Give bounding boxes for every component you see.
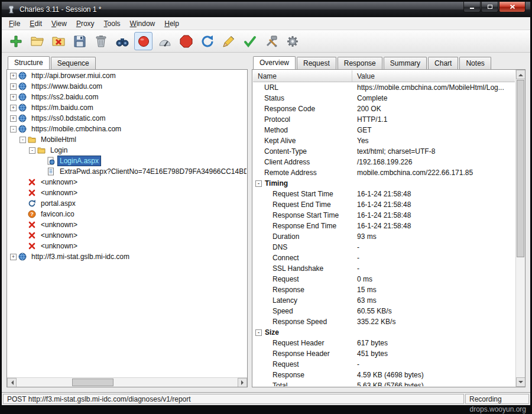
tree-row[interactable]: +https://m.baidu.com	[8, 102, 246, 113]
tree-row[interactable]: -MobileHtml	[8, 134, 246, 145]
vertical-scrollbar[interactable]	[515, 70, 525, 387]
table-row[interactable]: Request Start Time16-1-24 21:58:48	[253, 189, 515, 199]
collapse-icon[interactable]: -	[255, 180, 262, 187]
horizontal-scrollbar[interactable]	[7, 377, 247, 387]
table-row[interactable]: SSL Handshake-	[253, 263, 515, 274]
table-row[interactable]: Content-Typetext/html; charset=UTF-8	[253, 146, 515, 157]
table-row[interactable]: Response End Time16-1-24 21:58:48	[253, 221, 515, 231]
table-row[interactable]: Total5.63 KB (5766 bytes)	[253, 380, 515, 386]
menu-help[interactable]: Help	[160, 18, 184, 30]
value-column-header[interactable]: Value	[352, 70, 515, 82]
expand-icon[interactable]: +	[10, 254, 17, 260]
tree-row[interactable]: LoginA.aspx	[8, 156, 246, 166]
titlebar[interactable]: Charles 3.11 - Session 1 *	[2, 2, 530, 17]
table-row[interactable]: Kept AliveYes	[253, 135, 515, 146]
save-session-button[interactable]	[70, 32, 89, 50]
clear-session-button[interactable]	[92, 32, 110, 50]
tree-row[interactable]: +http://api.browser.miui.com	[8, 70, 246, 81]
table-row[interactable]: StatusComplete	[253, 93, 515, 104]
minimize-button[interactable]	[463, 2, 481, 12]
close-session-button[interactable]	[49, 32, 67, 50]
expand-icon[interactable]: +	[10, 94, 17, 101]
expand-icon[interactable]: +	[10, 83, 17, 90]
table-row[interactable]: Speed60.55 KB/s	[253, 306, 515, 316]
table-row[interactable]: -Size	[253, 327, 515, 338]
tab-request[interactable]: Request	[297, 57, 336, 69]
breakpoints-button[interactable]	[177, 32, 195, 50]
table-row[interactable]: MethodGET	[253, 125, 515, 135]
scroll-down-button[interactable]	[516, 377, 525, 387]
tab-chart[interactable]: Chart	[428, 57, 458, 69]
vertical-scroll-thumb[interactable]	[517, 80, 524, 257]
table-row[interactable]: Request0 ms	[253, 274, 515, 284]
collapse-icon[interactable]: -	[20, 137, 26, 143]
tab-structure[interactable]: Structure	[8, 56, 50, 69]
throttle-button[interactable]	[155, 32, 174, 50]
menu-edit[interactable]: Edit	[25, 18, 47, 30]
settings-button[interactable]	[283, 32, 301, 50]
table-row[interactable]: Response Code200 OK	[253, 104, 515, 114]
tree-row[interactable]: +https://ss0.bdstatic.com	[8, 113, 246, 124]
menu-proxy[interactable]: Proxy	[72, 18, 99, 30]
table-row[interactable]: Request End Time16-1-24 21:58:48	[253, 199, 515, 210]
table-row[interactable]: Duration93 ms	[253, 231, 515, 242]
tree-row[interactable]: +http://f3.mi-stat.gslb.mi-idc.com	[8, 251, 246, 262]
tree-row[interactable]: +https://www.baidu.com	[8, 81, 246, 92]
expand-icon[interactable]: +	[10, 73, 17, 79]
open-session-button[interactable]	[28, 32, 46, 50]
table-row[interactable]: URLhttps://mobile.cmbchina.com/MobileHtm…	[253, 82, 515, 93]
name-column-header[interactable]: Name	[253, 70, 352, 82]
tab-response[interactable]: Response	[338, 57, 382, 69]
collapse-icon[interactable]: -	[29, 147, 35, 154]
collapse-icon[interactable]: -	[10, 126, 17, 132]
record-button[interactable]	[134, 32, 153, 50]
table-row[interactable]: Response4.59 KB (4698 bytes)	[253, 370, 515, 380]
expand-icon[interactable]: +	[10, 105, 17, 111]
maximize-button[interactable]	[481, 2, 498, 12]
collapse-icon[interactable]: -	[255, 329, 262, 336]
menu-view[interactable]: View	[47, 18, 72, 30]
table-row[interactable]: Client Address/192.168.199.226	[253, 157, 515, 167]
tab-notes[interactable]: Notes	[459, 57, 491, 69]
table-row[interactable]: Request Header617 bytes	[253, 338, 515, 348]
table-row[interactable]: ProtocolHTTP/1.1	[253, 114, 515, 125]
menu-tools[interactable]: Tools	[99, 18, 125, 30]
tree-row[interactable]: <unknown>	[8, 230, 246, 241]
table-row[interactable]: Connect-	[253, 253, 515, 263]
table-row[interactable]: -Timing	[253, 178, 515, 189]
tree-row[interactable]: ?favicon.ico	[8, 209, 246, 219]
table-row[interactable]: DNS-	[253, 242, 515, 253]
add-button[interactable]	[7, 32, 25, 50]
tools-button[interactable]	[262, 32, 280, 50]
scroll-left-button[interactable]	[7, 378, 17, 387]
compose-button[interactable]	[219, 32, 238, 50]
tab-sequence[interactable]: Sequence	[51, 57, 96, 69]
validate-button[interactable]	[241, 32, 259, 50]
find-button[interactable]	[113, 32, 131, 50]
tree-row[interactable]: portal.aspx	[8, 198, 246, 209]
table-row[interactable]: Remote Addressmobile.cmbchina.com/222.66…	[253, 167, 515, 178]
tree-row[interactable]: <unknown>	[8, 177, 246, 187]
tree-row[interactable]: ExtraPwd.aspx?ClientNo=74E16E798D79FA349…	[8, 166, 246, 177]
tree-row[interactable]: -https://mobile.cmbchina.com	[8, 124, 246, 134]
tree-row[interactable]: <unknown>	[8, 219, 246, 230]
table-row[interactable]: Response Speed335.22 KB/s	[253, 316, 515, 327]
table-row[interactable]: Latency63 ms	[253, 295, 515, 306]
expand-icon[interactable]: +	[10, 115, 17, 122]
repeat-button[interactable]	[198, 32, 216, 50]
tree-row[interactable]: -Login	[8, 145, 246, 156]
scroll-right-button[interactable]	[238, 378, 247, 387]
tree-row[interactable]: <unknown>	[8, 187, 246, 198]
table-row[interactable]: Response15 ms	[253, 284, 515, 295]
tree-row[interactable]: <unknown>	[8, 241, 246, 251]
table-row[interactable]: Request-	[253, 359, 515, 370]
close-button[interactable]	[499, 2, 525, 12]
menu-window[interactable]: Window	[125, 18, 160, 30]
tree-row[interactable]: +https://ss2.baidu.com	[8, 92, 246, 102]
tab-summary[interactable]: Summary	[384, 57, 427, 69]
menu-file[interactable]: File	[4, 18, 25, 30]
table-row[interactable]: Response Header451 bytes	[253, 348, 515, 359]
horizontal-scroll-thumb[interactable]	[72, 379, 113, 386]
table-row[interactable]: Response Start Time16-1-24 21:58:48	[253, 210, 515, 221]
tab-overview[interactable]: Overview	[253, 56, 296, 69]
